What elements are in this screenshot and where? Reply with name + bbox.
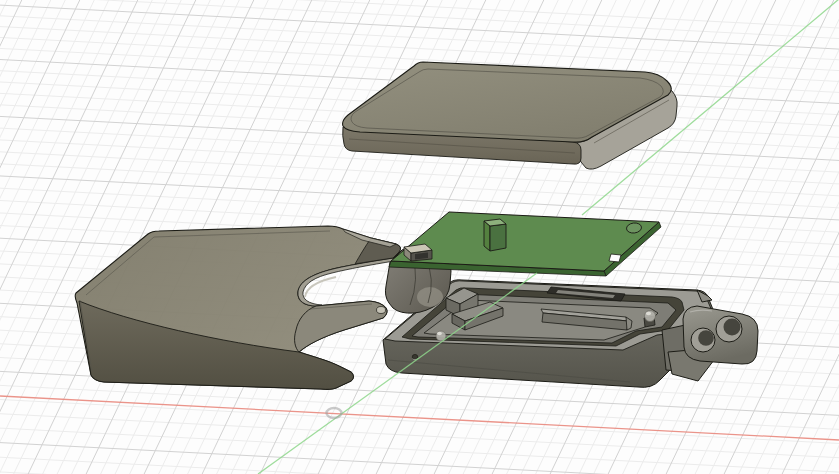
enclosure-tongue-tip [377,307,386,314]
cad-viewport[interactable] [0,0,839,474]
barrel-bore-lower [691,328,715,352]
pcb-edge-notch [609,254,621,262]
pcb-button [484,219,506,251]
case-screw-dome-right [645,311,656,322]
scene-canvas [0,0,839,474]
barrel-bore-upper [716,316,742,342]
pcb-edge-connector [404,244,432,261]
